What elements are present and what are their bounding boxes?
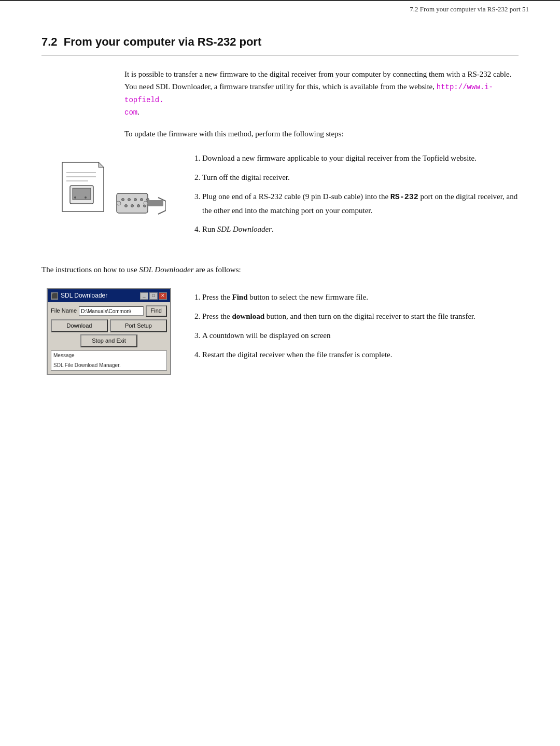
svg-point-16	[131, 205, 134, 207]
ordered-list-1: Download a new firmware applicable to yo…	[192, 152, 519, 236]
sdl-title-buttons: _ □ ✕	[140, 292, 167, 300]
page: 7.2 From your computer via RS-232 port 5…	[0, 0, 560, 746]
svg-marker-1	[99, 162, 104, 167]
sdl-title-left: ⬛ SDL Downloader	[51, 291, 107, 301]
illustration-col	[41, 149, 176, 253]
sdl-port-setup-button[interactable]: Port Setup	[110, 319, 167, 332]
sdl-section: ⬛ SDL Downloader _ □ ✕ File Name	[41, 288, 519, 380]
svg-point-11	[128, 199, 131, 201]
update-paragraph: To update the firmware with this method,…	[124, 128, 519, 140]
sdl-body: File Name D:\Manuals\Common\ Find Downlo…	[48, 302, 170, 374]
svg-point-17	[137, 205, 140, 207]
sdl-filename-input[interactable]: D:\Manuals\Common\	[79, 306, 143, 316]
svg-point-15	[125, 205, 128, 207]
step-2-4: Restart the digital receiver when the fi…	[202, 348, 519, 361]
step-2-1: Press the Find button to select the new …	[202, 291, 519, 304]
step-2-2: Press the download button, and then turn…	[202, 310, 519, 323]
sdl-close-button[interactable]: ✕	[159, 292, 167, 300]
sdl-message-label: Message	[51, 351, 166, 360]
sdl-titlebar: ⬛ SDL Downloader _ □ ✕	[48, 289, 170, 302]
sdl-action-row: Download Port Setup	[51, 319, 167, 332]
sdl-app-icon: ⬛	[51, 292, 58, 300]
step-2-3: A countdown will be displayed on screen	[202, 329, 519, 342]
sdl-minimize-button[interactable]: _	[140, 292, 148, 300]
intro-paragraph: It is possible to transfer a new firmwar…	[124, 68, 519, 118]
svg-point-20	[144, 201, 148, 205]
sdl-stop-exit-button[interactable]: Stop and Exit	[80, 334, 137, 347]
sdl-message-text: SDL File Download Manager.	[51, 360, 166, 371]
sdl-download-button[interactable]: Download	[51, 319, 108, 332]
section-heading: 7.2 From your computer via RS-232 port	[41, 33, 519, 55]
page-header: 7.2 From your computer via RS-232 port 5…	[0, 0, 560, 18]
svg-point-12	[134, 199, 137, 201]
sdl-restore-button[interactable]: □	[149, 292, 158, 300]
two-col-section: Download a new firmware applicable to yo…	[41, 149, 519, 253]
step-4: Run SDL Downloader.	[202, 223, 519, 236]
rs232-illustration	[52, 154, 166, 248]
svg-point-7	[74, 196, 76, 199]
sdl-stop-row: Stop and Exit	[51, 334, 167, 347]
svg-rect-21	[148, 200, 163, 206]
step-3: Plug one end of a RS-232 cable (9 pin D-…	[202, 190, 519, 217]
sdl-window-col: ⬛ SDL Downloader _ □ ✕ File Name	[41, 288, 176, 380]
sdl-filename-label: File Name	[51, 306, 77, 315]
svg-rect-9	[117, 193, 148, 213]
page-header-text: 7.2 From your computer via RS-232 port 5…	[410, 4, 529, 15]
instructions-intro: The instructions on how to use SDL Downl…	[41, 263, 519, 276]
sdl-find-button[interactable]: Find	[146, 305, 167, 317]
step-2: Turn off the digital receiver.	[202, 171, 519, 184]
sdl-window: ⬛ SDL Downloader _ □ ✕ File Name	[47, 288, 171, 375]
step-1: Download a new firmware applicable to yo…	[202, 152, 519, 165]
page-content: 7.2 From your computer via RS-232 port I…	[0, 18, 560, 421]
steps-list-2: Press the Find button to select the new …	[192, 288, 519, 367]
sdl-message-box: Message SDL File Download Manager.	[51, 350, 167, 371]
svg-point-13	[141, 199, 143, 201]
ordered-list-2: Press the Find button to select the new …	[192, 291, 519, 361]
svg-point-8	[85, 196, 87, 199]
steps-list-1: Download a new firmware applicable to yo…	[192, 149, 519, 242]
sdl-filename-row: File Name D:\Manuals\Common\ Find	[51, 305, 167, 317]
svg-point-10	[122, 199, 124, 201]
sdl-title-text: SDL Downloader	[61, 291, 107, 301]
svg-point-19	[117, 201, 121, 205]
